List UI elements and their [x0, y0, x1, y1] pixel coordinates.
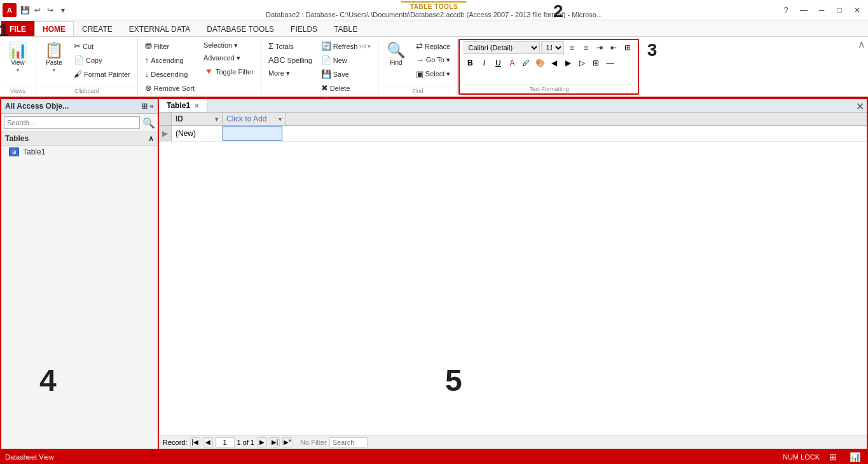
record-search-input[interactable] [329, 437, 368, 447]
help-btn[interactable]: ? [778, 3, 794, 17]
tab-fields[interactable]: FIELDS [282, 21, 326, 36]
more-button[interactable]: More ▾ [265, 67, 315, 79]
italic-button[interactable]: I [478, 57, 490, 69]
annotation-3: 3 [647, 40, 658, 60]
tab-create[interactable]: CREATE [74, 21, 121, 36]
font-size-selector[interactable]: 11 [541, 41, 564, 54]
outdent-btn[interactable]: ⇤ [607, 41, 620, 54]
refresh-all-button[interactable]: 🔄 Refresh All ▾ [318, 39, 374, 53]
maximize-btn[interactable]: □ [831, 3, 848, 17]
table1-tab-close[interactable]: ✕ [194, 102, 199, 109]
tab-external-data[interactable]: EXTERNAL DATA [121, 21, 198, 36]
grid-btn[interactable]: ⊞ [589, 57, 602, 69]
access-logo: A [3, 3, 17, 17]
edit-cell-new[interactable] [223, 126, 282, 141]
table1-tab[interactable]: Table1 ✕ [159, 99, 207, 112]
new-record-row[interactable]: ▶ (New) [159, 126, 867, 142]
nav-collapse-btn[interactable]: ⊞ [141, 102, 148, 111]
views-label: Views [4, 86, 32, 95]
format-painter-icon: 🖌 [74, 69, 82, 79]
customize-qat-btn[interactable]: ▾ [57, 4, 69, 16]
record-current-input[interactable] [216, 437, 235, 447]
select-button[interactable]: ▣ Select ▾ [413, 67, 454, 81]
format-painter-button[interactable]: 🖌 Format Painter [71, 67, 134, 81]
replace-button[interactable]: ⇄ Replace [413, 39, 454, 53]
highlight-btn[interactable]: 🖊 [520, 57, 532, 69]
spelling-button[interactable]: ABC Spelling [265, 53, 315, 67]
save-record-button[interactable]: 💾 Save [318, 67, 374, 81]
select-icon: ▣ [416, 69, 424, 79]
text-formatting-label: Text Formatting [464, 84, 634, 93]
ascending-button[interactable]: ↑ Ascending [142, 53, 198, 67]
view-button[interactable]: 📊 View ▾ [4, 39, 32, 76]
goto-button[interactable]: → Go To ▾ [413, 53, 454, 67]
align-right-btn[interactable]: ▷ [575, 57, 588, 69]
ribbon-group-views: 📊 View ▾ Views [0, 38, 36, 95]
selection-button[interactable]: Selection ▾ [200, 39, 257, 51]
record-prev-btn[interactable]: ◀ [203, 437, 213, 447]
line-btn[interactable]: — [603, 57, 616, 69]
tab-home[interactable]: HOME [34, 21, 74, 36]
nav-close-btn[interactable]: « [149, 102, 154, 111]
id-col-dropdown[interactable]: ▾ [215, 116, 218, 123]
remove-sort-button[interactable]: ⊗ Remove Sort [142, 81, 198, 95]
delete-button[interactable]: ✖ Delete [318, 81, 374, 95]
title-bar: A 💾 ↩ ↪ ▾ TABLE TOOLS Database2 : Databa… [0, 0, 868, 20]
list2-btn[interactable]: ≡ [579, 41, 592, 54]
advanced-button[interactable]: Advanced ▾ [200, 52, 257, 64]
redo-btn[interactable]: ↪ [45, 4, 56, 16]
tab-database-tools[interactable]: DATABASE TOOLS [198, 21, 282, 36]
align-center-btn[interactable]: ▶ [561, 57, 574, 69]
table1-nav-item[interactable]: ⊞ Table1 [1, 146, 158, 158]
bold-button[interactable]: B [464, 57, 476, 69]
ribbon-group-sort-filter: ⛃ Filter ↑ Ascending ↓ Descending ⊗ Remo… [138, 38, 261, 95]
datasheet-header: ID ▾ Click to Add ▾ [159, 113, 867, 126]
bg-color-btn[interactable]: 🎨 [534, 57, 546, 69]
new-record-icon: 📄 [321, 55, 331, 65]
expand-btn[interactable]: ⊞ [621, 41, 634, 54]
copy-button[interactable]: 📄 Copy [71, 53, 134, 67]
nav-search-input[interactable] [4, 116, 140, 129]
indent-btn[interactable]: ⇥ [593, 41, 606, 54]
record-first-btn[interactable]: |◀ [190, 437, 200, 447]
paste-button[interactable]: 📋 Paste ▾ [40, 39, 68, 76]
ribbon-collapse-btn[interactable]: ∧ [855, 37, 868, 51]
record-next-btn[interactable]: ▶ [257, 437, 267, 447]
tab-table[interactable]: TABLE [326, 21, 366, 36]
nav-pane-header[interactable]: All Access Obje... ⊞ « [1, 99, 158, 114]
font-selector[interactable]: Calibri (Detail) [464, 41, 540, 54]
status-bar-view-btn2[interactable]: 📊 [846, 450, 863, 464]
tab-file[interactable]: FILE [1, 21, 34, 36]
cut-button[interactable]: ✂ Cut [71, 39, 134, 53]
table-area-close-btn[interactable]: ✕ [856, 100, 864, 113]
undo-btn[interactable]: ↩ [32, 4, 43, 16]
record-of-total: 1 of 1 [237, 439, 255, 446]
record-new-btn[interactable]: ▶* [282, 437, 293, 447]
align-left-btn[interactable]: ◀ [548, 57, 560, 69]
id-cell-new: (New) [172, 126, 223, 141]
click-to-add-dropdown[interactable]: ▾ [279, 116, 282, 123]
toggle-filter-button[interactable]: 🔻 Toggle Filter [200, 65, 257, 78]
minimize-btn[interactable]: ─ [813, 3, 830, 17]
num-lock-label: NUM LOCK [783, 453, 820, 461]
save-quick-btn[interactable]: 💾 [19, 4, 31, 16]
new-row-input[interactable] [227, 128, 278, 139]
click-to-add-col[interactable]: Click to Add ▾ [223, 113, 286, 125]
close-btn[interactable]: ✕ [849, 3, 865, 17]
tables-section-header[interactable]: Tables ∧ [1, 132, 158, 146]
filter-button[interactable]: ⛃ Filter [142, 39, 198, 53]
totals-button[interactable]: Σ Totals [265, 39, 315, 53]
ribbon: 1 📊 View ▾ Views 📋 Paste ▾ [0, 37, 868, 98]
find-button[interactable]: 🔍 Find [382, 39, 410, 69]
id-column-header[interactable]: ID ▾ [172, 113, 223, 125]
status-bar-view-btn1[interactable]: ⊞ [825, 450, 841, 464]
record-last-btn[interactable]: ▶| [270, 437, 280, 447]
font-color-btn[interactable]: A [506, 57, 518, 69]
list-btn[interactable]: ≡ [565, 41, 578, 54]
ribbon-display-btn[interactable]: — [796, 3, 812, 17]
descending-button[interactable]: ↓ Descending [142, 67, 198, 81]
tables-collapse-icon[interactable]: ∧ [148, 134, 154, 143]
new-record-button[interactable]: 📄 New [318, 53, 374, 67]
table1-tab-label: Table1 [167, 101, 190, 110]
underline-button[interactable]: U [492, 57, 504, 69]
